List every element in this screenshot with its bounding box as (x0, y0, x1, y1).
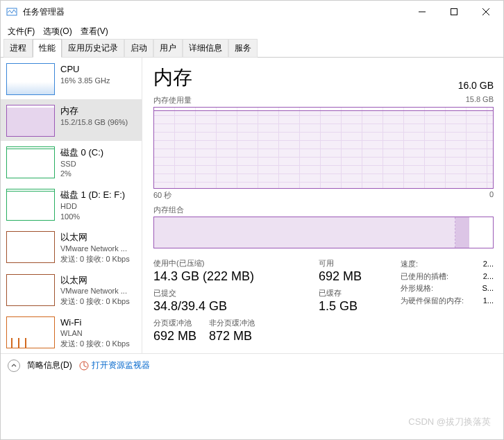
sidebar-item-wifi[interactable]: Wi-FiWLAN发送: 0 接收: 0 Kbps (1, 311, 142, 353)
toggle-brief-button[interactable] (8, 359, 20, 372)
axis-left: 60 秒 (153, 190, 171, 201)
sidebar-item-label: Wi-Fi (60, 316, 130, 329)
form-value: S... (482, 282, 494, 295)
sidebar-item-disk-1[interactable]: 磁盘 1 (D: E: F:)HDD100% (1, 183, 142, 226)
sidebar-item-label: 磁盘 0 (C:) (60, 146, 103, 159)
page-title: 内存 (153, 65, 192, 91)
sidebar-item-ethernet-2[interactable]: 以太网VMware Network ...发送: 0 接收: 0 Kbps (1, 269, 142, 311)
sidebar-item-label: 以太网 (60, 274, 130, 287)
sidebar-item-cpu[interactable]: CPU16% 3.85 GHz (1, 58, 142, 99)
memory-capacity: 16.0 GB (458, 80, 494, 91)
disk-sparkline (6, 146, 55, 178)
committed-value: 34.8/39.4 GB (153, 299, 306, 314)
paged-label: 分页缓冲池 (153, 318, 196, 328)
cpu-sparkline (6, 63, 55, 95)
menu-view[interactable]: 查看(V) (76, 24, 112, 39)
open-resmon-link[interactable]: 打开资源监视器 (79, 359, 150, 371)
paged-value: 692 MB (153, 329, 196, 344)
tab-services[interactable]: 服务 (228, 39, 258, 58)
net-sparkline (6, 231, 55, 263)
sidebar: CPU16% 3.85 GHz 内存15.2/15.8 GB (96%) 磁盘 … (1, 58, 142, 353)
footer: 简略信息(D) 打开资源监视器 (1, 353, 504, 377)
usage-chart-max: 15.8 GB (466, 95, 494, 105)
axis-right: 0 (489, 190, 494, 201)
sidebar-item-label: 以太网 (60, 231, 130, 244)
cached-label: 已缓存 (319, 288, 388, 298)
tab-processes[interactable]: 进程 (3, 39, 33, 58)
maximize-button[interactable] (438, 1, 470, 23)
main-panel: 内存 16.0 GB 内存使用量15.8 GB 60 秒0 内存组合 使用中(已… (142, 58, 504, 353)
content: CPU16% 3.85 GHz 内存15.2/15.8 GB (96%) 磁盘 … (1, 58, 504, 353)
sidebar-item-ethernet-1[interactable]: 以太网VMware Network ...发送: 0 接收: 0 Kbps (1, 226, 142, 268)
svg-rect-1 (451, 9, 457, 15)
menu-file[interactable]: 文件(F) (3, 24, 39, 39)
window-title: 任务管理器 (23, 6, 406, 18)
app-icon (6, 6, 17, 17)
in-use-label: 使用中(已压缩) (153, 258, 306, 269)
titlebar: 任务管理器 (1, 1, 504, 23)
disk-sparkline (6, 189, 55, 221)
hw-reserved-label: 为硬件保留的内存: (401, 295, 464, 307)
slots-label: 已使用的插槽: (401, 271, 448, 283)
tab-startup[interactable]: 启动 (124, 39, 153, 58)
memory-sparkline (6, 105, 55, 137)
watermark: CSDN @拔刀换落英 (408, 416, 491, 428)
sidebar-item-disk-0[interactable]: 磁盘 0 (C:)SSD2% (1, 141, 142, 183)
net-sparkline (6, 274, 55, 306)
menubar: 文件(F) 选项(O) 查看(V) (1, 23, 504, 40)
resmon-icon (79, 361, 89, 371)
composition-chart-label: 内存组合 (153, 205, 184, 215)
memory-composition-chart (153, 217, 494, 248)
available-value: 692 MB (319, 269, 388, 284)
minimize-button[interactable] (406, 1, 438, 23)
nonpaged-label: 非分页缓冲池 (209, 318, 255, 328)
sidebar-item-memory[interactable]: 内存15.2/15.8 GB (96%) (1, 99, 142, 141)
committed-label: 已提交 (153, 288, 306, 298)
speed-value: 2... (483, 258, 494, 271)
tab-app-history[interactable]: 应用历史记录 (62, 39, 124, 58)
form-label: 外形规格: (401, 282, 433, 295)
in-use-value: 14.3 GB (222 MB) (153, 269, 306, 284)
cached-value: 1.5 GB (319, 299, 388, 314)
slots-value: 2... (483, 271, 494, 283)
close-button[interactable] (470, 1, 502, 23)
hw-reserved-value: 1... (483, 295, 494, 307)
tabbar: 进程 性能 应用历史记录 启动 用户 详细信息 服务 (1, 40, 504, 58)
tab-performance[interactable]: 性能 (33, 39, 62, 58)
usage-chart-label: 内存使用量 (153, 95, 192, 105)
available-label: 可用 (319, 258, 388, 269)
sidebar-item-label: 内存 (60, 105, 128, 117)
brief-info-label[interactable]: 简略信息(D) (27, 359, 72, 371)
tab-users[interactable]: 用户 (153, 39, 183, 58)
wifi-sparkline (6, 316, 55, 348)
speed-label: 速度: (401, 258, 418, 271)
sidebar-item-label: CPU (60, 63, 110, 76)
sidebar-item-label: 磁盘 1 (D: E: F:) (60, 189, 125, 201)
tab-details[interactable]: 详细信息 (183, 39, 228, 58)
menu-options[interactable]: 选项(O) (39, 24, 76, 39)
nonpaged-value: 872 MB (209, 329, 255, 344)
memory-usage-chart (153, 107, 494, 189)
